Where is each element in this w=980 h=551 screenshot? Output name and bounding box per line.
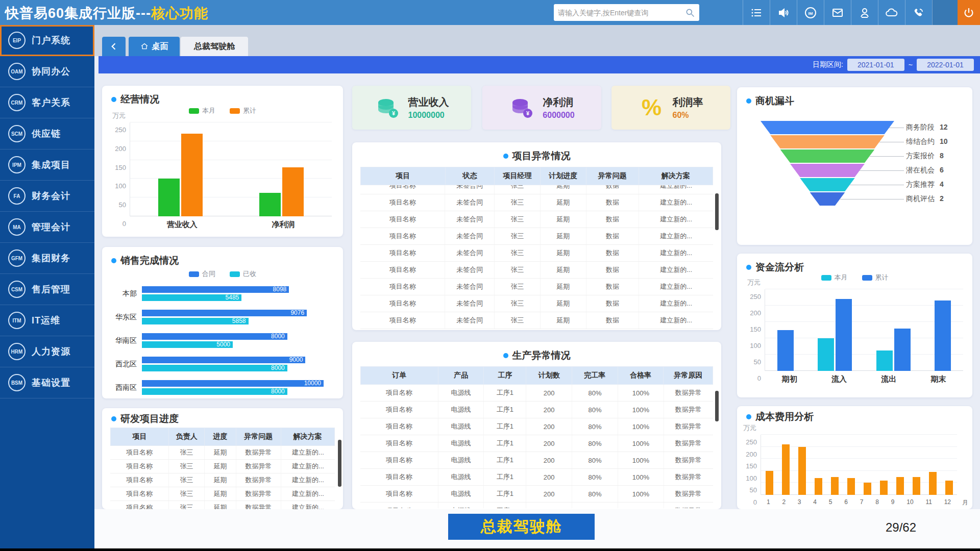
module-badge-icon: FA (8, 187, 26, 205)
table-row[interactable]: 项目名称电源线工序120080%100%数据异常 (360, 402, 713, 418)
bar-group-6 (847, 435, 855, 495)
bar-累计-流入 (836, 299, 852, 371)
table-row[interactable]: 项目名称电源线工序120080%100%数据异常 (360, 486, 713, 503)
table-row[interactable]: 项目名称未签合同张三延期数据建立新的... (360, 194, 713, 211)
panel-title-text: 销售完成情况 (120, 254, 179, 267)
funnel-stage-value: 2 (940, 194, 944, 203)
table-cell: 80% (572, 486, 618, 503)
phone-icon[interactable] (905, 0, 932, 25)
x-tick-label: 6 (844, 498, 848, 506)
table-cell: 80% (572, 385, 618, 402)
sidebar-item-crm[interactable]: CRM客户关系 (0, 87, 94, 118)
table-row[interactable]: 项目名称未签合同张三延期数据建立新的... (360, 279, 713, 295)
table-cell: 80% (572, 418, 618, 435)
home-icon (140, 42, 149, 51)
table-row[interactable]: 项目名称电源线工序120080%100%数据异常 (360, 452, 713, 469)
tab-ceo-dashboard[interactable]: 总裁驾驶舱 (181, 37, 248, 56)
sidebar-item-itm[interactable]: ITMIT运维 (0, 305, 94, 336)
column-header: 计划数 (526, 367, 572, 385)
y-axis-unit: 万元 (112, 111, 126, 120)
table-cell: 100% (618, 486, 664, 503)
sidebar-item-label: 售后管理 (32, 283, 70, 295)
sidebar-item-gfm[interactable]: GFM集团财务 (0, 243, 94, 274)
search-input[interactable] (558, 9, 685, 17)
header-icon-strip: IM (743, 0, 980, 25)
table-row[interactable]: 项目名称电源线工序120080%100%数据异常 (360, 418, 713, 435)
title-dot-icon (503, 353, 508, 358)
table-cell: 延期 (540, 262, 586, 279)
table-row[interactable]: 项目名称未签合同张三延期数据建立新的... (360, 312, 713, 329)
table-cell: 电源线 (438, 385, 484, 402)
table-row[interactable]: 项目名称张三延期数据异常建立新的... (110, 446, 335, 460)
table-row[interactable]: 项目名称张三延期数据异常建立新的... (110, 487, 335, 501)
table-row[interactable]: 项目名称张三延期数据异常建立新的... (110, 473, 335, 487)
sidebar-item-ma[interactable]: MA管理会计 (0, 212, 94, 243)
table-row[interactable]: 项目名称未签合同张三延期数据建立新的... (360, 228, 713, 245)
table-row[interactable]: 项目名称电源线工序120080%100%数据异常 (360, 469, 713, 486)
table-cell: 项目名称 (360, 185, 445, 194)
table-row[interactable]: 项目名称未签合同张三延期数据建立新的... (360, 295, 713, 312)
funnel-stage-label: 商务阶段12 (906, 123, 948, 132)
sidebar-item-hrm[interactable]: HRM人力资源 (0, 336, 94, 367)
table-cell: 100% (618, 435, 664, 452)
scrollbar-thumb[interactable] (715, 391, 719, 421)
sidebar-item-oam[interactable]: OAM协同办公 (0, 56, 94, 87)
tab-ceo-dashboard-label: 总裁驾驶舱 (194, 41, 235, 52)
table-cell: 建立新的... (639, 185, 713, 194)
sidebar-item-eip[interactable]: EIP门户系统 (0, 25, 94, 56)
sidebar-item-bsm[interactable]: BSM基础设置 (0, 367, 94, 398)
module-badge-icon: GFM (8, 249, 26, 267)
table-cell: 项目名称 (360, 228, 445, 245)
sidebar-item-scm[interactable]: SCM供应链 (0, 118, 94, 149)
table-row[interactable]: 项目名称未签合同张三延期数据建立新的... (360, 262, 713, 279)
table-row[interactable]: 项目名称电源线工序120080%100%数据异常 (360, 435, 713, 452)
date-end-input[interactable] (917, 59, 974, 71)
table-row[interactable]: 项目名称未签合同张三延期数据建立新的... (360, 329, 713, 330)
x-axis-unit: 月 (962, 498, 968, 507)
table-cell: 工序1 (484, 385, 526, 402)
column-header: 项目经理 (495, 167, 541, 185)
cloud-icon[interactable] (878, 0, 905, 25)
table-row[interactable]: 项目名称张三延期数据异常建立新的... (110, 501, 335, 510)
tab-desktop[interactable]: 桌面 (129, 37, 180, 56)
table-row[interactable]: 项目名称未签合同张三延期数据建立新的... (360, 245, 713, 262)
sidebar-item-ipm[interactable]: IPM集成项目 (0, 149, 94, 181)
percent-icon: % (639, 95, 665, 120)
column-header: 异常问题 (586, 167, 639, 185)
table-row[interactable]: 项目名称电源线工序120080%100%数据异常 (360, 503, 713, 509)
search-icon[interactable] (685, 8, 695, 18)
table-cell: 张三 (168, 460, 204, 473)
scrollbar-thumb[interactable] (338, 440, 341, 487)
sidebar-item-label: 协同办公 (32, 65, 70, 78)
sidebar-item-fa[interactable]: FA财务会计 (0, 181, 94, 212)
x-axis-labels: 期初流入流出期末 (765, 374, 963, 384)
table-header: 项目负责人进度异常问题解决方案 (110, 428, 335, 446)
power-icon[interactable] (958, 0, 980, 25)
y-tick-label: 0 (757, 374, 761, 382)
date-start-input[interactable] (847, 59, 904, 71)
sidebar: EIP门户系统OAM协同办公CRM客户关系SCM供应链IPM集成项目FA财务会计… (0, 25, 94, 548)
list-icon[interactable] (743, 0, 770, 25)
bar-成本费用-6 (847, 478, 855, 495)
table-cell: 建立新的... (281, 446, 335, 460)
sidebar-item-csm[interactable]: CSM售后管理 (0, 274, 94, 305)
scrollbar-thumb[interactable] (715, 193, 719, 230)
kpi-title: 净利润 (543, 95, 574, 109)
table-row[interactable]: 项目名称未签合同张三延期数据建立新的... (360, 211, 713, 228)
footer-bar: 总裁驾驶舱 29/62 (94, 509, 980, 548)
table-row[interactable]: 项目名称张三延期数据异常建立新的... (110, 460, 335, 473)
y-tick-label: 50 (754, 358, 761, 366)
table-row[interactable]: 项目名称电源线工序120080%100%数据异常 (360, 385, 713, 402)
mail-icon[interactable] (824, 0, 851, 25)
kpi-text: 净利润6000000 (543, 95, 574, 120)
table-row[interactable]: 项目名称未签合同张三延期数据建立新的... (360, 185, 713, 194)
panel-title: 研发项目进度 (111, 412, 179, 425)
speaker-icon[interactable] (770, 0, 797, 25)
funnel-stage-value: 10 (940, 137, 948, 145)
bar-group-10 (913, 435, 920, 495)
title-dot-icon (746, 98, 751, 104)
ceo-dashboard-button[interactable]: 总裁驾驶舱 (448, 514, 595, 540)
im-icon[interactable]: IM (797, 0, 824, 25)
back-button[interactable] (102, 37, 126, 56)
user-icon[interactable] (851, 0, 878, 25)
